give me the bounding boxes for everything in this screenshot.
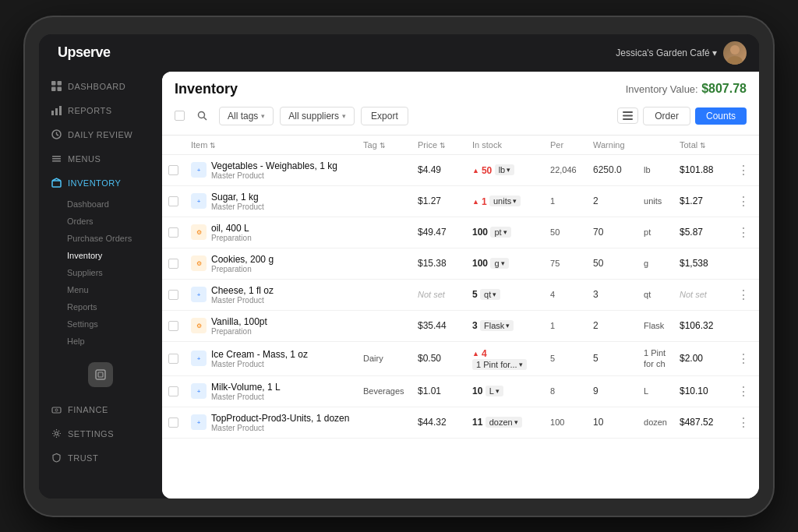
sidebar-item-reports[interactable]: REPORTS — [39, 99, 162, 123]
item-icon: ⚙ — [191, 255, 207, 271]
sidebar-item-trust[interactable]: TRUST — [39, 446, 162, 470]
more-options-button[interactable]: ⋮ — [734, 164, 753, 177]
sidebar-sub-item-suppliers[interactable]: Suppliers — [39, 264, 162, 281]
inventory-value-area: Inventory Value: $807.78 — [626, 82, 747, 96]
sidebar-sub-item-menu[interactable]: Menu — [39, 281, 162, 298]
table-row: + Milk-Volume, 1 L Master Product Bevera… — [162, 375, 759, 407]
sidebar-sub-item-reports[interactable]: Reports — [39, 298, 162, 315]
more-options-button[interactable]: ⋮ — [734, 416, 753, 429]
stock-unit-select[interactable]: g ▾ — [490, 258, 508, 269]
stock-unit-select[interactable]: qt ▾ — [480, 289, 500, 300]
sidebar-sub-item-purchase-orders[interactable]: Purchase Orders — [39, 230, 162, 247]
sidebar-sub-item-dashboard[interactable]: Dashboard — [39, 196, 162, 213]
th-tag[interactable]: Tag ⇅ — [357, 136, 411, 155]
search-button[interactable] — [191, 105, 213, 127]
item-warning: 70 — [593, 227, 603, 238]
svg-rect-4 — [51, 86, 56, 91]
svg-line-11 — [57, 134, 59, 136]
svg-rect-12 — [52, 156, 61, 157]
avatar[interactable] — [723, 41, 747, 65]
item-stock: ▲ 50 — [472, 165, 492, 176]
svg-point-19 — [55, 409, 58, 411]
sidebar-sub-item-help[interactable]: Help — [39, 333, 162, 350]
sidebar-item-menus[interactable]: MENUS — [39, 147, 162, 171]
row-checkbox[interactable] — [168, 290, 178, 300]
sidebar-item-settings[interactable]: SETTINGS — [39, 422, 162, 446]
svg-rect-16 — [96, 370, 105, 379]
shield-icon — [51, 453, 62, 464]
inventory-table: Item ⇅ Tag ⇅ Price ⇅ In stock Per Warnin… — [162, 136, 759, 439]
sidebar-item-finance[interactable]: FINANCE — [39, 398, 162, 422]
item-icon: ⚙ — [191, 318, 207, 333]
th-price[interactable]: Price ⇅ — [411, 136, 466, 155]
dollar-icon — [51, 404, 62, 416]
table-header-row: Item ⇅ Tag ⇅ Price ⇅ In stock Per Warnin… — [162, 136, 759, 155]
sidebar-sub-item-settings[interactable]: Settings — [39, 315, 162, 333]
item-price: Not set — [418, 290, 445, 299]
row-checkbox[interactable] — [168, 321, 178, 331]
item-total: $106.32 — [680, 320, 713, 331]
sidebar-item-daily-review[interactable]: DAILY REVIEW — [39, 123, 162, 147]
stock-unit-select[interactable]: 1 Pint for... ▾ — [472, 359, 527, 370]
svg-point-20 — [55, 432, 58, 435]
item-stock: 3 — [472, 320, 478, 331]
item-warning: 2 — [593, 320, 598, 331]
order-button[interactable]: Order — [643, 107, 690, 125]
table-row: ⚙ Cookies, 200 g Preparation $15.38 100 … — [162, 248, 759, 279]
th-total[interactable]: Total ⇅ — [673, 136, 728, 155]
row-checkbox[interactable] — [168, 165, 178, 175]
more-options-button[interactable]: ⋮ — [734, 195, 753, 208]
sidebar-label-menus: MENUS — [68, 154, 101, 164]
stock-unit-select[interactable]: Flask ▾ — [480, 320, 514, 331]
th-item[interactable]: Item ⇅ — [185, 136, 357, 155]
row-checkbox[interactable] — [168, 386, 178, 396]
svg-rect-15 — [52, 181, 61, 187]
stock-unit-select[interactable]: units ▾ — [489, 196, 521, 206]
counts-button[interactable]: Counts — [695, 107, 747, 125]
item-unit: dozen — [644, 417, 667, 427]
svg-rect-8 — [59, 106, 62, 115]
gear-icon — [51, 428, 62, 440]
more-options-button[interactable]: ⋮ — [734, 288, 753, 301]
table-row: + Vegetables - Weighables, 1 kg Master P… — [162, 154, 759, 185]
all-tags-filter[interactable]: All tags ▾ — [219, 107, 274, 125]
sidebar-item-dashboard[interactable]: DASHBOARD — [39, 75, 162, 99]
item-icon: + — [191, 193, 207, 209]
more-options-button[interactable]: ⋮ — [734, 385, 753, 398]
more-options-button[interactable]: ⋮ — [734, 226, 753, 239]
stock-unit-select[interactable]: L ▾ — [486, 386, 503, 396]
sidebar-sub-item-inventory[interactable]: Inventory — [39, 247, 162, 264]
item-sub: Master Product — [211, 424, 349, 432]
svg-rect-25 — [623, 118, 633, 120]
stock-unit-select[interactable]: dozen ▾ — [486, 417, 522, 428]
chevron-down-icon: ▾ — [261, 112, 265, 120]
row-checkbox[interactable] — [168, 196, 178, 206]
view-toggle-button[interactable] — [617, 107, 638, 124]
item-warning: 3 — [593, 289, 598, 300]
stock-unit-select[interactable]: lb ▾ — [495, 164, 515, 175]
row-checkbox[interactable] — [168, 417, 178, 428]
sidebar-label-daily-review: DAILY REVIEW — [68, 130, 132, 139]
main-content: Inventory Inventory Value: $807.78 — [162, 72, 759, 499]
stock-value: 50 — [482, 165, 492, 176]
sidebar-item-inventory[interactable]: INVENTORY — [39, 171, 162, 196]
item-name: Ice Cream - Mass, 1 oz — [211, 349, 308, 360]
box-icon — [51, 178, 62, 189]
export-button[interactable]: Export — [361, 107, 408, 125]
all-suppliers-filter[interactable]: All suppliers ▾ — [280, 107, 355, 125]
more-options-button[interactable]: ⋮ — [734, 352, 753, 365]
stock-unit-select[interactable]: pt ▾ — [490, 227, 510, 238]
home-button[interactable] — [88, 362, 113, 387]
content-header: Inventory Inventory Value: $807.78 — [162, 72, 759, 136]
th-checkbox — [162, 136, 185, 155]
stock-value: 10 — [472, 386, 482, 396]
row-checkbox[interactable] — [168, 227, 178, 238]
page-title: Inventory — [175, 81, 238, 97]
row-checkbox[interactable] — [168, 259, 178, 269]
cafe-name[interactable]: Jessica's Garden Café ▾ — [616, 48, 717, 58]
item-stock: 11 — [472, 417, 482, 428]
item-unit: Flask — [644, 321, 664, 330]
row-checkbox[interactable] — [168, 354, 178, 364]
select-all-checkbox[interactable] — [175, 111, 185, 121]
sidebar-sub-item-orders[interactable]: Orders — [39, 213, 162, 230]
